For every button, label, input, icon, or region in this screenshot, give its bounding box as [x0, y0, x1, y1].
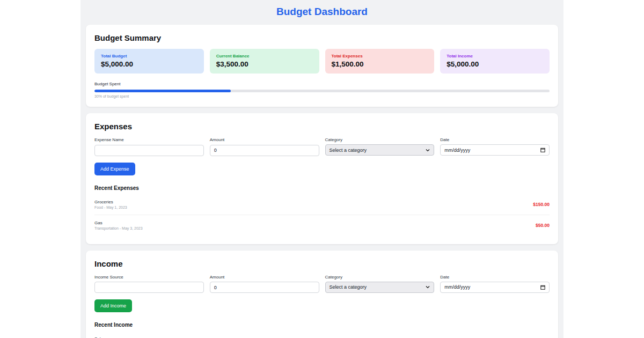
- recent-income-heading: Recent Income: [94, 322, 550, 328]
- recent-expenses-list: Groceries Food - May 1, 2023 $150.00 Gas…: [94, 194, 550, 236]
- income-category-select[interactable]: Select a category: [325, 282, 435, 293]
- expense-name: Groceries: [94, 200, 127, 204]
- total-income-label: Total Income: [447, 54, 543, 58]
- expense-meta: Food - May 1, 2023: [94, 205, 127, 209]
- income-category-field-group: Category Select a category: [325, 275, 435, 293]
- expenses-heading: Expenses: [94, 122, 550, 131]
- income-category-selected-value: Select a category: [330, 284, 367, 290]
- app-container: Budget Dashboard Budget Summary Total Bu…: [80, 0, 564, 338]
- income-source-input[interactable]: [94, 282, 204, 293]
- expense-category-select[interactable]: Select a category: [325, 144, 435, 156]
- income-row: Salary Salary - May 1, 2023 $3,000.00: [94, 331, 550, 338]
- expense-category-field-group: Category Select a category: [325, 137, 435, 156]
- total-income-value: $5,000.00: [447, 60, 543, 68]
- expense-row-info: Groceries Food - May 1, 2023: [94, 200, 127, 209]
- income-source-label: Income Source: [94, 275, 204, 280]
- income-date-input[interactable]: mm/dd/yyyy: [440, 282, 550, 293]
- income-amount-field-group: Amount: [210, 275, 319, 293]
- expense-row: Gas Transportation - May 3, 2023 $50.00: [94, 215, 550, 236]
- expense-category-label: Category: [325, 137, 435, 142]
- income-section: Income Income Source Amount Category Sel…: [86, 251, 558, 338]
- current-balance-value: $3,500.00: [216, 60, 313, 68]
- income-source-field-group: Income Source: [94, 275, 204, 293]
- expense-name-input[interactable]: [94, 145, 204, 156]
- expense-form: Expense Name Amount Category Select a ca…: [94, 137, 550, 156]
- income-amount-label: Amount: [210, 275, 319, 280]
- expense-amount-field-group: Amount: [210, 137, 319, 156]
- current-balance-label: Current Balance: [216, 54, 313, 58]
- expense-category-selected-value: Select a category: [330, 148, 367, 153]
- budget-spent-label: Budget Spent: [94, 82, 550, 86]
- expense-row-info: Gas Transportation - May 3, 2023: [94, 221, 143, 230]
- expense-row: Groceries Food - May 1, 2023 $150.00: [94, 194, 550, 215]
- income-form: Income Source Amount Category Select a c…: [94, 275, 550, 293]
- expense-date-label: Date: [440, 137, 550, 142]
- expense-meta: Transportation - May 3, 2023: [94, 226, 143, 230]
- budget-summary-section: Budget Summary Total Budget $5,000.00 Cu…: [86, 25, 558, 107]
- budget-progress-bar: [94, 90, 550, 92]
- add-expense-button[interactable]: Add Expense: [94, 163, 135, 175]
- total-expenses-value: $1,500.00: [332, 60, 428, 68]
- budget-progress-caption: 30% of budget spent: [94, 94, 550, 98]
- expense-date-input[interactable]: mm/dd/yyyy: [440, 144, 550, 156]
- current-balance-card: Current Balance $3,500.00: [210, 49, 319, 74]
- total-budget-value: $5,000.00: [101, 60, 197, 68]
- expenses-section: Expenses Expense Name Amount Category Se…: [86, 113, 558, 244]
- expense-name-field-group: Expense Name: [94, 137, 204, 156]
- expense-name-label: Expense Name: [94, 137, 204, 142]
- budget-summary-heading: Budget Summary: [94, 33, 550, 42]
- total-budget-card: Total Budget $5,000.00: [94, 49, 204, 74]
- expense-date-field-group: Date mm/dd/yyyy: [440, 137, 550, 156]
- recent-income-list: Salary Salary - May 1, 2023 $3,000.00: [94, 331, 550, 338]
- expense-name: Gas: [94, 221, 143, 225]
- calendar-icon[interactable]: [540, 148, 545, 152]
- total-expenses-label: Total Expenses: [332, 54, 428, 58]
- budget-progress-fill: [94, 90, 231, 92]
- total-budget-label: Total Budget: [101, 54, 197, 58]
- income-date-field-group: Date mm/dd/yyyy: [440, 275, 550, 293]
- total-expenses-card: Total Expenses $1,500.00: [325, 49, 435, 74]
- calendar-icon[interactable]: [540, 285, 545, 290]
- income-date-placeholder: mm/dd/yyyy: [444, 284, 470, 290]
- page-title: Budget Dashboard: [80, 0, 564, 25]
- income-date-label: Date: [440, 275, 550, 280]
- total-income-card: Total Income $5,000.00: [440, 49, 550, 74]
- chevron-down-icon: [426, 148, 430, 152]
- add-income-button[interactable]: Add Income: [94, 299, 132, 312]
- expense-date-placeholder: mm/dd/yyyy: [444, 148, 470, 153]
- income-amount-input[interactable]: [210, 282, 319, 293]
- summary-cards: Total Budget $5,000.00 Current Balance $…: [94, 49, 550, 74]
- expense-amount: $150.00: [533, 202, 550, 207]
- expense-amount-label: Amount: [210, 137, 319, 142]
- chevron-down-icon: [426, 285, 430, 289]
- recent-expenses-heading: Recent Expenses: [94, 185, 550, 191]
- income-category-label: Category: [325, 275, 435, 280]
- expense-amount-input[interactable]: [210, 145, 319, 156]
- income-heading: Income: [94, 259, 550, 268]
- expense-amount: $50.00: [536, 223, 550, 228]
